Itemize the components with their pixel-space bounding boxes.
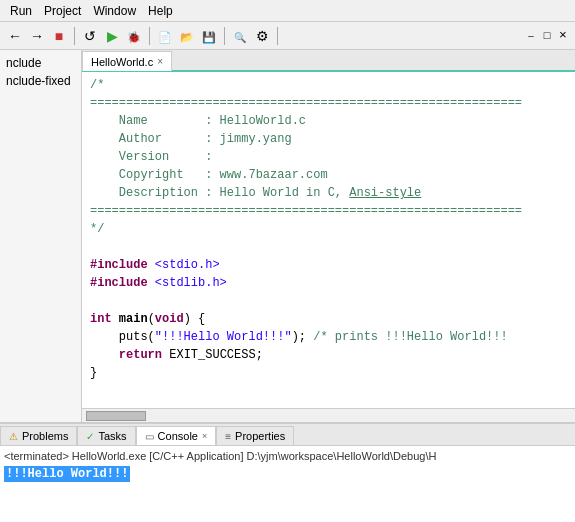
code-line-include2: #include <stdlib.h>	[90, 274, 567, 292]
stop-button[interactable]	[48, 25, 70, 47]
toolbar-sep-4	[277, 27, 278, 45]
toolbar-tool-group	[229, 25, 273, 47]
debug-button[interactable]	[123, 25, 145, 47]
fwd-icon	[30, 28, 44, 44]
code-line-sep1: ========================================…	[90, 94, 567, 112]
toolbar	[0, 22, 575, 50]
win-controls	[523, 28, 571, 44]
console-icon	[145, 431, 154, 442]
maximize-button[interactable]	[539, 28, 555, 44]
code-line-version: Version :	[90, 148, 567, 166]
code-puts: puts("!!!Hello World!!!"); /* prints !!!…	[90, 328, 567, 346]
menu-help[interactable]: Help	[142, 3, 179, 19]
code-main-sig: int main(void) {	[90, 310, 567, 328]
open-button[interactable]	[176, 25, 198, 47]
tab-problems[interactable]: Problems	[0, 426, 77, 445]
bottom-tab-bar: Problems Tasks Console × Properties	[0, 424, 575, 446]
code-sep-1: ========================================…	[90, 94, 567, 112]
code-line-author: Author : jimmy.yang	[90, 130, 567, 148]
toolbar-file-group	[154, 25, 220, 47]
horizontal-scrollbar[interactable]	[82, 408, 575, 422]
minimize-button[interactable]	[523, 28, 539, 44]
code-line-desc: Description : Hello World in C, Ansi-sty…	[90, 184, 567, 202]
console-output-line: !!!Hello World!!!	[4, 464, 571, 482]
tab-properties-label: Properties	[235, 430, 285, 442]
tab-bar: HelloWorld.c ×	[82, 50, 575, 72]
console-tab-close[interactable]: ×	[202, 431, 207, 441]
sidebar-item-include[interactable]: nclude	[0, 54, 81, 72]
code-close-brace: }	[90, 364, 567, 382]
menu-window[interactable]: Window	[87, 3, 142, 19]
editor-tab-helloworld[interactable]: HelloWorld.c ×	[82, 51, 172, 71]
close-button[interactable]	[555, 28, 571, 44]
tab-tasks[interactable]: Tasks	[77, 426, 135, 445]
new-button[interactable]	[154, 25, 176, 47]
search-button[interactable]	[229, 25, 251, 47]
bottom-panel: Problems Tasks Console × Properties <ter…	[0, 422, 575, 522]
toolbar-run-group	[79, 25, 145, 47]
problems-icon	[9, 431, 18, 442]
back-icon	[8, 28, 22, 44]
console-area: <terminated> HelloWorld.exe [C/C++ Appli…	[0, 446, 575, 522]
minimize-icon	[528, 30, 533, 42]
code-line-blank1	[90, 238, 567, 256]
toolbar-sep-1	[74, 27, 75, 45]
code-comment-open: /*	[90, 76, 567, 94]
gear-button[interactable]	[251, 25, 273, 47]
refresh-icon	[84, 28, 96, 44]
tab-tasks-label: Tasks	[98, 430, 126, 442]
console-output-text: !!!Hello World!!!	[4, 466, 130, 482]
maximize-icon	[544, 30, 551, 42]
code-comment-close: */	[90, 220, 567, 238]
menu-bar: Run Project Window Help	[0, 0, 575, 22]
tab-console[interactable]: Console ×	[136, 426, 217, 445]
code-copyright: Copyright : www.7bazaar.com	[90, 166, 567, 184]
code-name: Name : HelloWorld.c	[90, 112, 567, 130]
code-version: Version :	[90, 148, 567, 166]
sidebar: nclude nclude-fixed	[0, 50, 82, 422]
tab-problems-label: Problems	[22, 430, 68, 442]
close-icon	[559, 28, 567, 43]
tab-filename: HelloWorld.c	[91, 56, 153, 68]
stop-icon	[55, 28, 63, 44]
main-area: nclude nclude-fixed HelloWorld.c × /* ==…	[0, 50, 575, 422]
code-line-brace: }	[90, 364, 567, 382]
tab-console-label: Console	[158, 430, 198, 442]
toolbar-sep-2	[149, 27, 150, 45]
code-return: return EXIT_SUCCESS;	[90, 346, 567, 364]
back-button[interactable]	[4, 25, 26, 47]
fwd-button[interactable]	[26, 25, 48, 47]
code-line-sep2: ========================================…	[90, 202, 567, 220]
code-description: Description : Hello World in C, Ansi-sty…	[90, 184, 567, 202]
tab-close-button[interactable]: ×	[157, 56, 163, 67]
sidebar-item-include-fixed[interactable]: nclude-fixed	[0, 72, 81, 90]
menu-run[interactable]: Run	[4, 3, 38, 19]
code-sep-2: ========================================…	[90, 202, 567, 220]
code-line-name: Name : HelloWorld.c	[90, 112, 567, 130]
run-icon	[107, 28, 118, 44]
scrollbar-thumb[interactable]	[86, 411, 146, 421]
new-icon	[158, 28, 172, 44]
code-include1: #include <stdio.h>	[90, 256, 567, 274]
code-line-blank2	[90, 292, 567, 310]
refresh-button[interactable]	[79, 25, 101, 47]
code-line-return: return EXIT_SUCCESS;	[90, 346, 567, 364]
props-icon	[225, 431, 231, 442]
code-line-1: /*	[90, 76, 567, 94]
code-include2: #include <stdlib.h>	[90, 274, 567, 292]
run-button[interactable]	[101, 25, 123, 47]
code-line-copyright: Copyright : www.7bazaar.com	[90, 166, 567, 184]
code-line-close-comment: */	[90, 220, 567, 238]
tasks-icon	[86, 431, 94, 442]
save-icon	[202, 28, 216, 44]
toolbar-nav-group	[4, 25, 70, 47]
code-line-include1: #include <stdio.h>	[90, 256, 567, 274]
save-button[interactable]	[198, 25, 220, 47]
console-cmd-line: <terminated> HelloWorld.exe [C/C++ Appli…	[4, 448, 571, 464]
menu-project[interactable]: Project	[38, 3, 87, 19]
code-area[interactable]: /* =====================================…	[82, 72, 575, 408]
code-author: Author : jimmy.yang	[90, 130, 567, 148]
gear-icon	[256, 28, 269, 44]
search-icon	[234, 28, 246, 44]
tab-properties[interactable]: Properties	[216, 426, 294, 445]
